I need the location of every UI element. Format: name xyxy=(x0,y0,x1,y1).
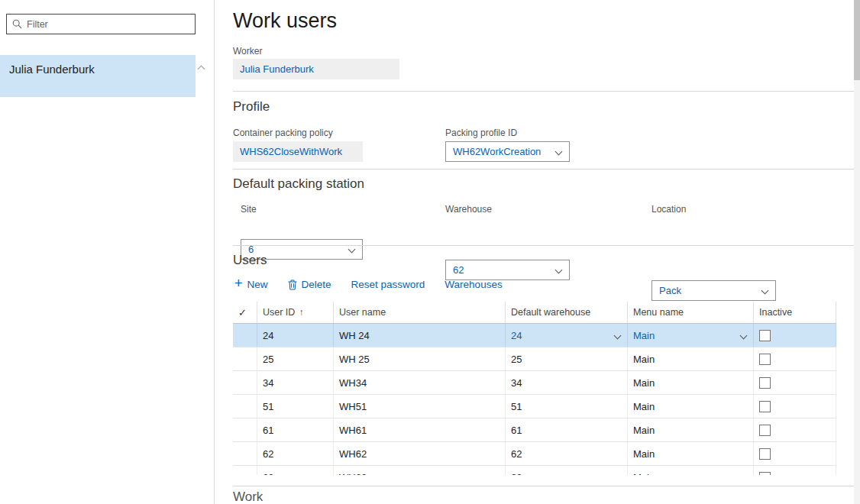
section-work-title: Work xyxy=(233,489,263,504)
cell-menu-name[interactable]: Main xyxy=(628,371,754,394)
cell-user-id[interactable]: 24 xyxy=(257,324,334,347)
worker-label: Worker xyxy=(233,46,262,57)
inactive-checkbox[interactable] xyxy=(759,448,771,460)
select-all-header[interactable]: ✓ xyxy=(233,302,257,323)
cell-user-name[interactable]: WH63 xyxy=(334,466,506,475)
section-profile-title: Profile xyxy=(233,99,270,115)
checkmark-icon: ✓ xyxy=(238,307,247,318)
container-packing-policy-field[interactable]: WHS62CloseWithWork xyxy=(233,141,363,162)
location-dropdown[interactable]: Pack xyxy=(651,280,776,301)
table-row[interactable]: 63 WH63 63 Main xyxy=(233,466,836,475)
cell-default-warehouse[interactable]: 51 xyxy=(506,395,628,418)
warehouse-dropdown[interactable]: 62 xyxy=(445,260,570,280)
table-row[interactable]: 34 WH34 34 Main xyxy=(233,371,836,395)
users-table: ✓ User ID ↑ User name Default warehouse … xyxy=(233,302,836,475)
section-divider xyxy=(233,91,860,92)
cell-inactive xyxy=(754,324,836,347)
reset-password-button[interactable]: Reset password xyxy=(351,279,425,290)
plus-icon xyxy=(234,279,243,290)
filter-input[interactable] xyxy=(27,15,195,34)
cell-default-warehouse-dropdown[interactable]: 24 xyxy=(506,324,628,347)
location-label: Location xyxy=(651,204,686,215)
col-header-user-name[interactable]: User name xyxy=(334,302,506,323)
vertical-scrollbar[interactable] xyxy=(854,0,860,504)
packing-profile-id-label: Packing profile ID xyxy=(445,128,517,138)
cell-user-name[interactable]: WH51 xyxy=(334,395,506,418)
scroll-up-icon[interactable] xyxy=(198,66,205,73)
warehouses-button[interactable]: Warehouses xyxy=(445,279,502,290)
col-header-default-warehouse[interactable]: Default warehouse xyxy=(506,302,628,323)
page-title: Work users xyxy=(233,9,337,33)
section-packing-station-title: Default packing station xyxy=(233,176,364,192)
chevron-down-icon xyxy=(348,246,356,254)
packing-profile-id-dropdown[interactable]: WH62WorkCreation xyxy=(445,141,570,162)
scrollbar-thumb[interactable] xyxy=(854,0,860,80)
delete-button[interactable]: Delete xyxy=(288,279,331,290)
cell-inactive xyxy=(754,347,836,370)
row-select-cell[interactable] xyxy=(233,371,257,394)
chevron-down-icon xyxy=(555,148,563,156)
cell-menu-name[interactable]: Main xyxy=(628,442,754,465)
inactive-checkbox[interactable] xyxy=(759,401,771,412)
cell-user-name[interactable]: WH34 xyxy=(334,371,506,394)
col-header-inactive[interactable]: Inactive xyxy=(754,302,836,323)
section-divider xyxy=(233,245,860,246)
inactive-checkbox[interactable] xyxy=(759,472,771,476)
inactive-checkbox[interactable] xyxy=(759,377,771,389)
inactive-checkbox[interactable] xyxy=(759,330,771,341)
cell-user-name[interactable]: WH61 xyxy=(334,418,506,441)
container-packing-policy-label: Container packing policy xyxy=(233,128,333,138)
col-header-user-id[interactable]: User ID ↑ xyxy=(257,302,334,323)
sidebar-item-worker[interactable]: Julia Funderburk xyxy=(0,55,196,97)
table-header-row: ✓ User ID ↑ User name Default warehouse … xyxy=(233,302,836,324)
row-select-cell[interactable] xyxy=(233,347,257,370)
sort-ascending-icon: ↑ xyxy=(299,307,303,318)
section-divider xyxy=(233,486,860,486)
cell-default-warehouse[interactable]: 34 xyxy=(506,371,628,394)
cell-user-id[interactable]: 63 xyxy=(257,466,334,475)
inactive-checkbox[interactable] xyxy=(759,354,771,365)
cell-menu-name[interactable]: Main xyxy=(628,347,754,370)
filter-box[interactable] xyxy=(6,14,196,34)
row-select-cell[interactable] xyxy=(233,395,257,418)
table-row[interactable]: 51 WH51 51 Main xyxy=(233,395,836,418)
section-users-title: Users xyxy=(233,253,267,268)
row-select-cell[interactable] xyxy=(233,324,257,347)
cell-user-id[interactable]: 61 xyxy=(257,418,334,441)
cell-menu-name[interactable]: Main xyxy=(628,418,754,441)
cell-user-id[interactable]: 51 xyxy=(257,395,334,418)
row-select-cell[interactable] xyxy=(233,466,257,475)
chevron-down-icon xyxy=(740,332,748,340)
table-row[interactable]: 24 WH 24 24 Main xyxy=(233,324,836,347)
table-row[interactable]: 61 WH61 61 Main xyxy=(233,418,836,442)
cell-default-warehouse[interactable]: 25 xyxy=(506,347,628,370)
col-header-menu-name[interactable]: Menu name xyxy=(628,302,754,323)
section-divider xyxy=(233,169,860,170)
trash-icon xyxy=(288,279,297,290)
cell-menu-name[interactable]: Main xyxy=(628,466,754,475)
cell-default-warehouse[interactable]: 62 xyxy=(506,442,628,465)
inactive-checkbox[interactable] xyxy=(759,425,771,436)
users-toolbar: New Delete Reset password Warehouses xyxy=(234,279,503,290)
cell-user-name[interactable]: WH62 xyxy=(334,442,506,465)
site-label: Site xyxy=(241,204,257,215)
search-icon xyxy=(12,19,22,29)
chevron-down-icon xyxy=(761,287,769,295)
cell-default-warehouse[interactable]: 61 xyxy=(506,418,628,441)
cell-menu-name-dropdown[interactable]: Main xyxy=(628,324,754,347)
table-row[interactable]: 62 WH62 62 Main xyxy=(233,442,836,466)
new-button[interactable]: New xyxy=(234,279,268,290)
cell-user-name[interactable]: WH 24 xyxy=(334,324,506,347)
cell-default-warehouse[interactable]: 63 xyxy=(506,466,628,475)
cell-user-id[interactable]: 34 xyxy=(257,371,334,394)
warehouse-label: Warehouse xyxy=(445,204,492,215)
cell-user-id[interactable]: 62 xyxy=(257,442,334,465)
cell-user-name[interactable]: WH 25 xyxy=(334,347,506,370)
cell-user-id[interactable]: 25 xyxy=(257,347,334,370)
row-select-cell[interactable] xyxy=(233,442,257,465)
worker-field[interactable]: Julia Funderburk xyxy=(233,59,399,79)
cell-menu-name[interactable]: Main xyxy=(628,395,754,418)
main-content: Work users Worker Julia Funderburk Profi… xyxy=(233,0,860,504)
row-select-cell[interactable] xyxy=(233,418,257,441)
table-row[interactable]: 25 WH 25 25 Main xyxy=(233,347,836,371)
